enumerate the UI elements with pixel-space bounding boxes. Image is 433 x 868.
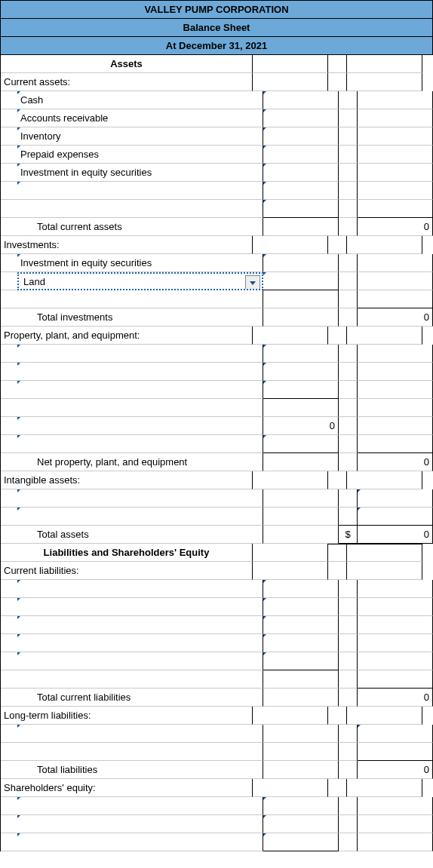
dropdown-land[interactable]: Land xyxy=(17,272,263,290)
amt-total-liab: 0 xyxy=(358,761,433,779)
label-lt-liab: Long-term liabilities: xyxy=(1,707,253,725)
label-ppe-2[interactable] xyxy=(17,363,263,381)
company-name: VALLEY PUMP CORPORATION xyxy=(1,1,433,19)
label-lt-1[interactable] xyxy=(17,725,263,743)
amt-total-current-liab: 0 xyxy=(358,689,433,707)
amt-inv-eq-sec-2[interactable] xyxy=(263,254,339,272)
amt-ar[interactable] xyxy=(263,109,339,127)
label-prepaid[interactable]: Prepaid expenses xyxy=(17,146,263,164)
dollar-sign: $ xyxy=(339,526,358,544)
label-ppe-3[interactable] xyxy=(17,381,263,399)
label-total-current-assets: Total current assets xyxy=(34,218,263,236)
label-se-2[interactable] xyxy=(17,815,263,833)
label-se-3[interactable] xyxy=(17,833,263,851)
amt-total-assets: 0 xyxy=(358,526,433,544)
amt-int-2[interactable] xyxy=(358,508,433,526)
label-cl-4[interactable] xyxy=(17,634,263,652)
amt-cl-4[interactable] xyxy=(263,634,339,652)
amt-ppe-2[interactable] xyxy=(263,363,339,381)
label-ppe-1[interactable] xyxy=(17,345,263,363)
balance-sheet: VALLEY PUMP CORPORATION Balance Sheet At… xyxy=(0,0,433,851)
label-total-liab: Total liabilities xyxy=(34,761,263,779)
label-cl-5[interactable] xyxy=(17,652,263,670)
amt-se-2[interactable] xyxy=(263,815,339,833)
amt-ppe-3[interactable] xyxy=(263,381,339,399)
amt-int-1[interactable] xyxy=(358,489,433,508)
label-total-assets: Total assets xyxy=(34,526,263,544)
label-current-assets: Current assets: xyxy=(1,73,253,91)
label-cl-2[interactable] xyxy=(17,598,263,616)
label-ppe: Property, plant, and equipment: xyxy=(1,327,253,345)
amt-ppe-5[interactable] xyxy=(263,435,339,453)
label-ppe-5[interactable] xyxy=(17,435,263,453)
label-total-current-liab: Total current liabilities xyxy=(34,689,263,707)
amt-net-ppe: 0 xyxy=(358,453,433,471)
amt-cash[interactable] xyxy=(263,91,339,109)
amt-cl-2[interactable] xyxy=(263,598,339,616)
amt-lt-1[interactable] xyxy=(358,725,433,743)
label-int-1[interactable] xyxy=(17,489,263,508)
amt-cl-1[interactable] xyxy=(263,580,339,598)
amt-blank-2[interactable] xyxy=(263,200,339,218)
section-liab-eq: Liabilities and Shareholders' Equity xyxy=(1,544,253,562)
sheet-title: Balance Sheet xyxy=(1,19,433,37)
label-int-2[interactable] xyxy=(17,508,263,526)
amt-blank-1[interactable] xyxy=(263,182,339,200)
amt-ppe-1[interactable] xyxy=(263,345,339,363)
label-inv-eq-sec-1[interactable]: Investment in equity securities xyxy=(17,164,263,182)
amt-total-current-assets: 0 xyxy=(358,218,433,236)
chevron-down-icon[interactable] xyxy=(245,275,260,290)
section-assets: Assets xyxy=(1,55,253,73)
amt-se-1[interactable] xyxy=(263,797,339,815)
label-cash[interactable]: Cash xyxy=(17,91,263,109)
label-ar[interactable]: Accounts receivable xyxy=(17,109,263,127)
label-investments: Investments: xyxy=(1,236,253,254)
label-sh-equity: Shareholders' equity: xyxy=(1,779,253,797)
amt-total-investments: 0 xyxy=(358,308,433,327)
sheet-date: At December 31, 2021 xyxy=(1,37,433,55)
label-cl-3[interactable] xyxy=(17,616,263,634)
label-blank-1[interactable] xyxy=(17,182,263,200)
label-current-liab: Current liabilities: xyxy=(1,562,253,580)
label-se-1[interactable] xyxy=(17,797,263,815)
amt-cl-5[interactable] xyxy=(263,652,339,670)
amt-land[interactable] xyxy=(263,272,339,290)
label-ppe-4[interactable] xyxy=(17,417,263,435)
amt-prepaid[interactable] xyxy=(263,146,339,164)
amt-se-3[interactable] xyxy=(263,833,339,851)
label-inv-eq-sec-2[interactable]: Investment in equity securities xyxy=(17,254,263,272)
label-cl-1[interactable] xyxy=(17,580,263,598)
label-total-investments: Total investments xyxy=(34,308,263,327)
label-net-ppe: Net property, plant, and equipment xyxy=(34,453,263,471)
amt-inv-eq-sec-1[interactable] xyxy=(263,164,339,182)
amt-ppe-sub: 0 xyxy=(263,417,339,435)
label-inventory[interactable]: Inventory xyxy=(17,127,263,146)
label-intangible: Intangible assets: xyxy=(1,471,253,489)
amt-cl-3[interactable] xyxy=(263,616,339,634)
amt-inventory[interactable] xyxy=(263,127,339,146)
